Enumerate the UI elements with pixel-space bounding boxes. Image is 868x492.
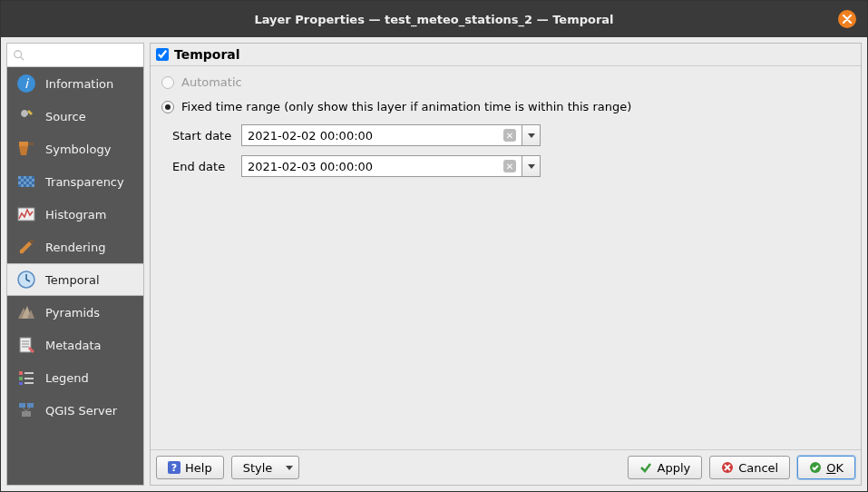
help-button[interactable]: ? Help [156,456,224,479]
dialog-window: Layer Properties — test_meteo_stations_2… [0,0,868,492]
end-date-input[interactable]: 2021-02-03 00:00:00 ✕ [241,155,522,177]
sidebar-item-label: Source [45,110,86,123]
end-date-value: 2021-02-03 00:00:00 [248,160,373,173]
svg-rect-8 [24,176,26,179]
svg-line-41 [26,408,30,411]
cancel-label: Cancel [738,461,778,475]
svg-line-40 [23,408,26,411]
sidebar-item-temporal[interactable]: Temporal [7,263,143,296]
main-panel: Temporal Automatic Fixed time range (onl… [150,43,862,486]
radio-circle-icon [161,76,174,89]
svg-rect-18 [32,184,34,187]
sidebar-item-source[interactable]: Source [7,100,143,133]
cancel-icon [721,461,734,474]
cancel-button[interactable]: Cancel [709,456,790,479]
radio-fixed-range[interactable]: Fixed time range (only show this layer i… [161,100,850,113]
sidebar-item-label: Pyramids [45,306,100,320]
window-title: Layer Properties — test_meteo_stations_2… [254,13,613,26]
sidebar-item-metadata[interactable]: Metadata [7,329,143,361]
end-date-dropdown[interactable] [522,155,541,177]
search-input[interactable] [7,44,143,67]
sidebar-item-histogram[interactable]: Histogram [7,198,143,231]
style-label: Style [243,461,273,475]
sidebar-item-information[interactable]: i Information [7,67,143,100]
svg-rect-27 [20,338,31,352]
sidebar-item-label: Metadata [45,339,102,352]
wrench-icon [16,106,36,126]
start-date-value: 2021-02-02 00:00:00 [248,129,373,143]
button-bar: ? Help Style Apply Cancel [151,449,861,485]
clear-icon[interactable]: ✕ [503,160,516,172]
svg-rect-39 [22,411,31,417]
svg-rect-33 [19,382,23,385]
end-date-label: End date [172,160,236,173]
sidebar-item-qgis-server[interactable]: QGIS Server [7,394,143,427]
sidebar-item-symbology[interactable]: Symbology [7,133,143,165]
svg-rect-7 [18,176,21,179]
sidebar-item-rendering[interactable]: Rendering [7,231,143,263]
svg-rect-13 [18,182,21,184]
sidebar-item-pyramids[interactable]: Pyramids [7,296,143,329]
sidebar-item-label: Information [45,77,113,91]
info-icon: i [16,74,36,93]
section-header: Temporal [151,44,861,66]
sidebar-item-label: Transparency [45,175,124,189]
titlebar: Layer Properties — test_meteo_stations_2… [1,1,867,37]
help-icon: ? [168,461,180,474]
svg-rect-17 [26,184,29,187]
ok-button[interactable]: OK [797,456,855,479]
chevron-down-icon [528,133,535,138]
dialog-body: i Information Source Symbology [1,37,867,491]
apply-button[interactable]: Apply [628,456,702,479]
date-grid: Start date 2021-02-02 00:00:00 ✕ End dat… [172,124,850,177]
svg-rect-12 [32,179,34,182]
svg-rect-5 [28,143,34,145]
content-area: Automatic Fixed time range (only show th… [151,66,861,449]
radio-automatic: Automatic [161,75,850,89]
ok-label: OK [826,461,844,475]
rendering-brush-icon [16,237,36,257]
svg-rect-4 [19,142,28,146]
sidebar-item-label: Histogram [45,208,106,221]
check-icon [639,461,652,474]
close-button[interactable] [838,10,856,28]
sidebar-item-label: QGIS Server [45,404,117,418]
help-label: Help [185,461,212,475]
sidebar-item-legend[interactable]: Legend [7,361,143,394]
document-icon [16,335,36,355]
temporal-checkbox[interactable] [156,48,169,61]
svg-line-1 [21,56,24,60]
histogram-icon [16,204,36,224]
svg-text:?: ? [171,462,177,474]
sidebar-item-label: Temporal [45,273,100,287]
ok-check-icon [809,461,822,474]
sidebar-item-label: Rendering [45,241,105,254]
svg-point-0 [15,50,22,57]
start-date-label: Start date [172,129,236,143]
sidebar-nav: i Information Source Symbology [7,67,143,485]
style-button[interactable]: Style [231,456,300,479]
radio-circle-icon [161,101,174,113]
sidebar-item-label: Symbology [45,143,111,156]
pyramids-icon [16,302,36,322]
section-title: Temporal [174,47,240,62]
svg-rect-38 [27,403,34,408]
sidebar-item-transparency[interactable]: Transparency [7,165,143,198]
sidebar-item-label: Legend [45,371,89,385]
clear-icon[interactable]: ✕ [503,129,516,142]
chevron-down-icon [528,164,535,169]
start-date-dropdown[interactable] [522,124,541,146]
clock-icon [16,270,36,290]
chevron-down-icon [286,466,293,470]
svg-rect-10 [21,179,24,182]
start-date-field: 2021-02-02 00:00:00 ✕ [241,124,541,146]
svg-rect-11 [26,179,29,182]
radio-fixed-label: Fixed time range (only show this layer i… [181,100,631,113]
transparency-icon [16,172,36,192]
start-date-input[interactable]: 2021-02-02 00:00:00 ✕ [241,124,522,146]
apply-label: Apply [657,461,690,475]
sidebar: i Information Source Symbology [6,43,144,486]
brush-icon [16,139,36,159]
radio-automatic-label: Automatic [181,75,242,89]
svg-rect-14 [24,182,26,184]
